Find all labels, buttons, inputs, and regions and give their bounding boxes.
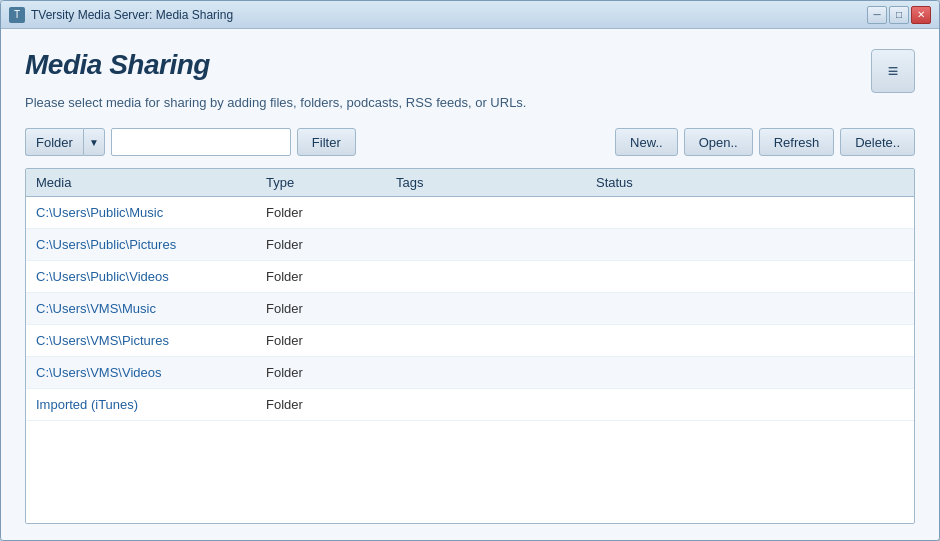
window-title: TVersity Media Server: Media Sharing [31,8,867,22]
delete-button[interactable]: Delete.. [840,128,915,156]
menu-button[interactable]: ≡ [871,49,915,93]
filter-input[interactable] [111,128,291,156]
type-cell: Folder [256,232,386,257]
tags-cell [386,272,586,282]
tags-cell [386,240,586,250]
status-cell [586,400,914,410]
window-controls: ─ □ ✕ [867,6,931,24]
col-status: Status [586,169,914,196]
media-cell[interactable]: C:\Users\VMS\Videos [26,360,256,385]
titlebar: T TVersity Media Server: Media Sharing ─… [1,1,939,29]
media-cell[interactable]: Imported (iTunes) [26,392,256,417]
tags-cell [386,368,586,378]
media-table: Media Type Tags Status C:\Users\Public\M… [25,168,915,524]
type-cell: Folder [256,296,386,321]
media-cell[interactable]: C:\Users\Public\Pictures [26,232,256,257]
media-cell[interactable]: C:\Users\Public\Music [26,200,256,225]
refresh-button[interactable]: Refresh [759,128,835,156]
media-cell[interactable]: C:\Users\Public\Videos [26,264,256,289]
table-row[interactable]: C:\Users\Public\PicturesFolder [26,229,914,261]
content-area: ≡ Media Sharing Please select media for … [1,29,939,540]
tags-cell [386,304,586,314]
status-cell [586,208,914,218]
type-cell: Folder [256,200,386,225]
status-cell [586,304,914,314]
table-row[interactable]: C:\Users\Public\MusicFolder [26,197,914,229]
folder-dropdown-group: Folder ▼ [25,128,105,156]
status-cell [586,240,914,250]
toolbar: Folder ▼ Filter New.. Open.. Refresh Del… [25,128,915,156]
table-row[interactable]: C:\Users\VMS\PicturesFolder [26,325,914,357]
subtitle-text: Please select media for sharing by addin… [25,95,915,110]
col-media: Media [26,169,256,196]
app-icon: T [9,7,25,23]
type-cell: Folder [256,360,386,385]
table-row[interactable]: C:\Users\VMS\MusicFolder [26,293,914,325]
main-window: T TVersity Media Server: Media Sharing ─… [0,0,940,541]
col-type: Type [256,169,386,196]
table-row[interactable]: C:\Users\Public\VideosFolder [26,261,914,293]
close-button[interactable]: ✕ [911,6,931,24]
media-cell[interactable]: C:\Users\VMS\Music [26,296,256,321]
folder-dropdown-label: Folder [25,128,83,156]
status-cell [586,272,914,282]
folder-dropdown-arrow[interactable]: ▼ [83,128,105,156]
table-row[interactable]: Imported (iTunes)Folder [26,389,914,421]
open-button[interactable]: Open.. [684,128,753,156]
status-cell [586,336,914,346]
type-cell: Folder [256,392,386,417]
type-cell: Folder [256,264,386,289]
col-tags: Tags [386,169,586,196]
table-body: C:\Users\Public\MusicFolderC:\Users\Publ… [26,197,914,523]
tags-cell [386,336,586,346]
minimize-button[interactable]: ─ [867,6,887,24]
tags-cell [386,208,586,218]
status-cell [586,368,914,378]
type-cell: Folder [256,328,386,353]
table-header: Media Type Tags Status [26,169,914,197]
page-title: Media Sharing [25,49,915,81]
table-row[interactable]: C:\Users\VMS\VideosFolder [26,357,914,389]
new-button[interactable]: New.. [615,128,678,156]
maximize-button[interactable]: □ [889,6,909,24]
tags-cell [386,400,586,410]
filter-button[interactable]: Filter [297,128,356,156]
media-cell[interactable]: C:\Users\VMS\Pictures [26,328,256,353]
